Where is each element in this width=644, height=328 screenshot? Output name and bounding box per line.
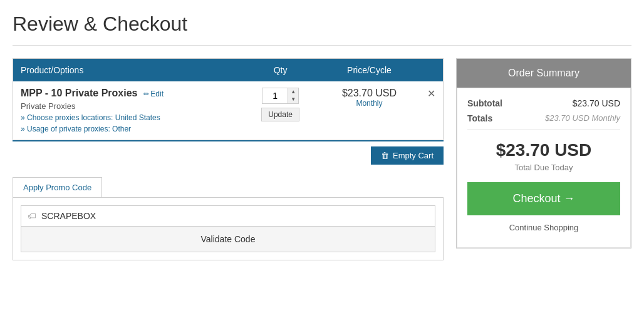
total-amount: $23.70 USD xyxy=(467,140,620,160)
page-title: Review & Checkout xyxy=(13,13,631,46)
promo-body: 🏷 Validate Code xyxy=(13,197,444,260)
total-due-amount: $23.70 USD xyxy=(467,140,620,160)
product-title: MPP - 10 Private Proxies xyxy=(21,88,137,98)
trash-icon: 🗑 xyxy=(381,151,389,160)
promo-tab-static: Apply xyxy=(23,183,46,192)
validate-code-button[interactable]: Validate Code xyxy=(21,227,435,252)
summary-header: Order Summary xyxy=(457,59,631,88)
qty-input[interactable] xyxy=(262,88,288,103)
qty-cell: ▲ ▼ Update xyxy=(242,81,319,140)
remove-cell: ✕ xyxy=(420,81,444,140)
col-qty: Qty xyxy=(242,59,319,82)
qty-up-button[interactable]: ▲ xyxy=(288,88,298,96)
tag-icon: 🏷 xyxy=(28,211,36,221)
promo-input[interactable] xyxy=(41,211,428,221)
product-option-2: » Usage of private proxies: Other xyxy=(21,125,234,133)
subtotal-value: $23.70 USD xyxy=(573,98,620,108)
cart-table: Product/Options Qty Price/Cycle MPP - 10… xyxy=(13,58,444,140)
table-row: MPP - 10 Private Proxies ✏Edit Private P… xyxy=(13,81,444,140)
cart-section: Product/Options Qty Price/Cycle MPP - 10… xyxy=(13,58,444,260)
subtotal-row: Subtotal $23.70 USD xyxy=(467,98,620,108)
totals-value: $23.70 USD Monthly xyxy=(545,113,620,123)
pencil-icon: ✏ xyxy=(143,90,149,98)
summary-divider xyxy=(467,130,620,130)
checkout-button[interactable]: Checkout → xyxy=(467,182,620,215)
qty-down-button[interactable]: ▼ xyxy=(288,96,298,103)
product-cell: MPP - 10 Private Proxies ✏Edit Private P… xyxy=(13,81,242,140)
col-remove xyxy=(420,59,444,82)
promo-input-row: 🏷 xyxy=(21,205,435,227)
qty-arrows: ▲ ▼ xyxy=(288,88,298,103)
price-cell: $23.70 USD Monthly xyxy=(319,81,420,140)
subtotal-label: Subtotal xyxy=(467,98,502,108)
total-due-label: Total Due Today xyxy=(467,163,620,172)
empty-cart-button[interactable]: 🗑 Empty Cart xyxy=(371,146,444,165)
totals-row: Totals $23.70 USD Monthly xyxy=(467,113,620,123)
update-button[interactable]: Update xyxy=(261,108,299,121)
product-name: MPP - 10 Private Proxies ✏Edit xyxy=(21,88,234,99)
promo-section: Apply Promo Code 🏷 Validate Code xyxy=(13,170,444,260)
product-sub: Private Proxies xyxy=(21,101,234,111)
qty-wrapper: ▲ ▼ Update xyxy=(261,88,299,121)
price-cycle: Monthly xyxy=(326,99,412,108)
order-summary: Order Summary Subtotal $23.70 USD Totals… xyxy=(456,58,631,249)
promo-tab-highlight: Promo Code xyxy=(46,183,91,192)
remove-button[interactable]: ✕ xyxy=(427,88,435,100)
qty-input-row: ▲ ▼ xyxy=(262,88,299,104)
promo-tab[interactable]: Apply Promo Code xyxy=(13,177,102,197)
edit-link[interactable]: ✏Edit xyxy=(143,90,164,98)
summary-body: Subtotal $23.70 USD Totals $23.70 USD Mo… xyxy=(457,88,631,248)
totals-label: Totals xyxy=(467,113,492,123)
continue-shopping-link[interactable]: Continue Shopping xyxy=(467,223,620,232)
col-price: Price/Cycle xyxy=(319,59,420,82)
product-option-1: » Choose proxies locations: United State… xyxy=(21,113,234,122)
price-amount: $23.70 USD xyxy=(326,88,412,99)
cart-bottom: 🗑 Empty Cart xyxy=(13,140,444,170)
col-product: Product/Options xyxy=(13,59,242,82)
